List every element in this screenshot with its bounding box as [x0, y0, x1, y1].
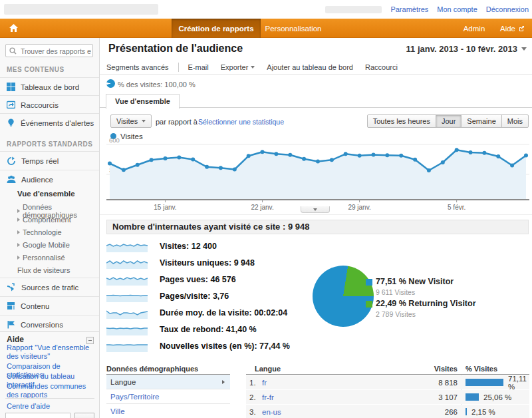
help-search-input[interactable] [5, 413, 70, 418]
sparkline-new-visits [106, 340, 148, 352]
shortcut-icon [7, 101, 15, 109]
help-link-common-controls[interactable]: Commandes communes des rapports [7, 382, 93, 399]
audience-icon [7, 175, 16, 184]
table-row: 1. fr 8 818 71,11 % [246, 375, 529, 389]
divider [246, 374, 529, 375]
my-account-link[interactable]: Mon compte [437, 5, 477, 13]
metric-pageviews: Pages vues: 46 576 [160, 275, 236, 284]
advanced-segments-button[interactable]: Segments avancés [106, 63, 169, 71]
sparkline-visits [106, 240, 148, 252]
metric-avg-duration: Durée moy. de la visite: 00:02:04 [160, 308, 287, 317]
help-center-link[interactable]: Centre d'aide [7, 402, 93, 411]
settings-link[interactable]: Paramètres [390, 5, 428, 13]
report-toolbar: Segments avancés E-mail Exporter Ajouter… [106, 63, 398, 72]
date-range-label: 11 janv. 2013 - 10 févr. 2013 [406, 44, 517, 54]
language-link[interactable]: fr [262, 379, 267, 387]
tab-help[interactable]: Aide [494, 19, 531, 38]
tab-customization[interactable]: Personnalisation [261, 19, 326, 38]
alert-icon [7, 118, 15, 127]
granularity-month[interactable]: Mois [501, 114, 529, 128]
report-sidebar: MES CONTENUS Tableaux de bord Raccourcis… [0, 38, 100, 418]
tab-reporting[interactable]: Création de rapports [172, 19, 261, 38]
sidebar-search[interactable] [5, 44, 93, 57]
sidebar-item-realtime[interactable]: Temps réel [0, 151, 99, 170]
table-row: 2. fr-fr 3 107 25,06 % [246, 390, 529, 404]
caret-down-icon [313, 208, 317, 211]
demo-item-country[interactable]: Pays/Territoire [106, 389, 230, 404]
export-label: Exporter [221, 63, 249, 71]
pct-value: 71,11 % [508, 375, 529, 391]
search-icon [9, 47, 17, 55]
subitem-label: Flux de visiteurs [17, 266, 70, 274]
tab-admin[interactable]: Admin [454, 19, 494, 38]
sidebar-item-conversions[interactable]: Conversions [0, 315, 99, 333]
expand-icon [17, 218, 20, 222]
chart-collapse-handle[interactable] [301, 206, 330, 213]
select-metric-link[interactable]: Sélectionner une statistique [198, 118, 284, 126]
email-button[interactable]: E-mail [188, 63, 209, 71]
sparkline-bounce-rate [106, 323, 148, 335]
metric-selector-dropdown[interactable]: Visites [110, 114, 152, 128]
sidebar-item-label: Temps réel [21, 157, 59, 165]
visitor-type-pie-chart[interactable] [313, 266, 374, 327]
metric-unique-visitors: Visiteurs uniques: 9 948 [160, 258, 255, 268]
visits-line-chart[interactable]: 30060015 janv.22 janv.29 janv.5 févr. [106, 138, 529, 213]
subitem-label: Comportement [23, 216, 71, 224]
sidebar-subitem-technology[interactable]: Technologie [17, 228, 62, 236]
visits-percent-icon [106, 79, 115, 88]
sidebar-item-audience[interactable]: Audience [0, 170, 99, 188]
date-range-selector[interactable]: 11 janv. 2013 - 10 févr. 2013 [406, 44, 527, 54]
sidebar-item-shortcuts[interactable]: Raccourcis [0, 95, 99, 114]
sidebar-subitem-mobile[interactable]: Google Mobile [17, 241, 70, 249]
visits-value: 8 818 [418, 379, 458, 387]
overview-tab[interactable]: Vue d'ensemble [106, 94, 180, 109]
demographics-header: Données démographiques [106, 365, 198, 373]
pie-legend-returning-visitor-count: 2 789 Visites [376, 310, 416, 318]
visits-bar [466, 379, 503, 386]
help-link-overview-report[interactable]: Rapport "Vue d'ensemble des visiteurs" [7, 343, 93, 361]
svg-text:29 janv.: 29 janv. [348, 204, 370, 211]
caret-down-icon [142, 120, 146, 122]
logout-link[interactable]: Déconnexion [486, 5, 529, 13]
demo-item-city[interactable]: Ville [106, 404, 230, 418]
granularity-control: Toutes les heures Jour Semaine Mois [367, 114, 529, 128]
sidebar-item-content[interactable]: Contenu [0, 296, 99, 315]
sidebar-subitem-custom[interactable]: Personnalisé [17, 254, 65, 262]
compare-text: par rapport à [156, 118, 198, 126]
language-link[interactable]: en-us [262, 408, 281, 416]
search-input[interactable] [19, 45, 92, 57]
home-icon[interactable] [8, 23, 19, 34]
divider [100, 214, 532, 215]
granularity-day[interactable]: Jour [436, 114, 462, 128]
realtime-icon [7, 156, 16, 166]
sidebar-subitem-visitors-flow[interactable]: Flux de visiteurs [17, 266, 70, 274]
expand-icon [17, 256, 20, 260]
granularity-hourly[interactable]: Toutes les heures [367, 114, 436, 128]
sidebar-item-label: Tableaux de bord [21, 83, 79, 91]
dashboard-icon [7, 83, 15, 91]
col-header-language[interactable]: Langue [255, 365, 281, 373]
demo-item-language[interactable]: Langue [106, 375, 230, 389]
sidebar-item-dashboards[interactable]: Tableaux de bord [0, 77, 99, 96]
sidebar-subitem-overview[interactable]: Vue d'ensemble [17, 190, 75, 198]
sidebar-subitem-behavior[interactable]: Comportement [17, 216, 71, 224]
add-to-dashboard-button[interactable]: Ajouter au tableau de bord [267, 63, 353, 71]
subitem-label: Personnalisé [23, 254, 65, 262]
sidebar-item-label: Conversions [21, 321, 63, 329]
sidebar-item-traffic-sources[interactable]: Sources de trafic [0, 278, 99, 296]
pct-value: 25,06 % [483, 393, 511, 401]
help-search-button[interactable] [74, 413, 94, 418]
granularity-week[interactable]: Semaine [461, 114, 501, 128]
svg-text:15 janv.: 15 janv. [154, 204, 176, 211]
sparkline-avg-duration [106, 307, 148, 319]
col-header-visits[interactable]: Visites [418, 365, 458, 373]
visits-percent-badge: % des visites: 100,00 % [118, 81, 196, 89]
sidebar-item-alerts[interactable]: Événements d'alertes [0, 113, 99, 132]
sidebar-item-label: Audience [21, 176, 53, 184]
divider [5, 398, 94, 399]
export-button[interactable]: Exporter [221, 63, 255, 71]
shortcut-button[interactable]: Raccourci [365, 63, 398, 71]
visits-value: 3 107 [418, 393, 458, 401]
language-link[interactable]: fr-fr [262, 393, 274, 401]
col-header-pct-visits[interactable]: % Visites [466, 365, 497, 373]
